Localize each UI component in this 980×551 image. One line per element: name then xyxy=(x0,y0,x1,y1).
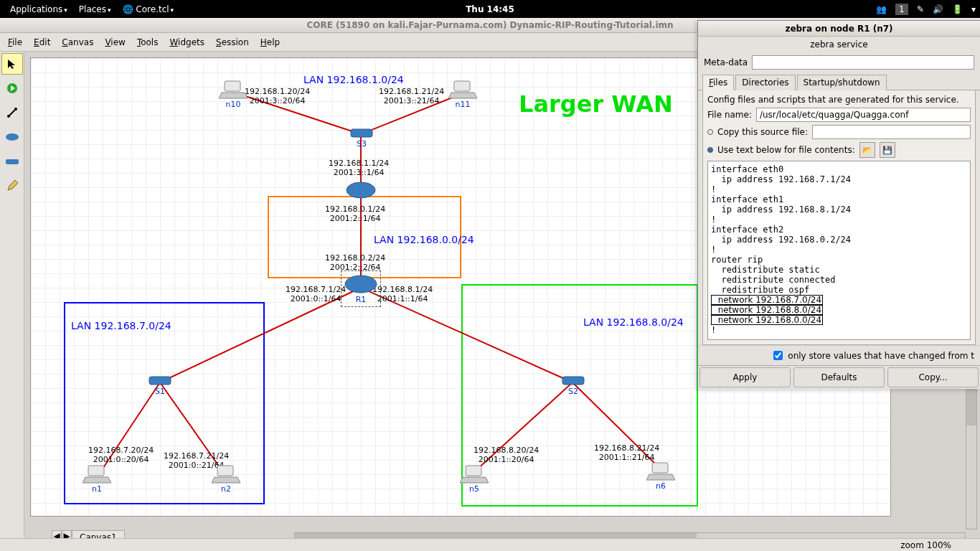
tab-startup[interactable]: Startup/shutdown xyxy=(797,75,887,90)
svg-point-20 xyxy=(345,276,377,293)
menu-canvas[interactable]: Canvas xyxy=(57,35,98,50)
node-s2[interactable]: S2 xyxy=(562,374,585,396)
lan-right-label: LAN 192.168.8.0/24 xyxy=(583,316,684,328)
ip-n6: 192.168.8.21/24 2001:1::21/64 xyxy=(594,443,659,462)
dialog-service: zebra service xyxy=(698,37,980,52)
use-below-radio[interactable] xyxy=(707,147,713,153)
ip-n5: 192.168.8.20/24 2001:1::20/64 xyxy=(473,446,539,464)
node-n2[interactable]: n2 xyxy=(212,464,240,494)
clock: Thu 14:45 xyxy=(466,4,514,14)
places-menu[interactable]: Places▾ xyxy=(73,2,117,17)
metadata-label: Meta-data xyxy=(704,57,748,67)
filename-input[interactable] xyxy=(756,108,971,122)
node-r2[interactable] xyxy=(345,180,377,200)
node-n5[interactable]: n5 xyxy=(460,464,489,494)
ip-r1l: 192.168.7.1/24 2001:0::1/64 xyxy=(286,285,346,303)
copy-source-input[interactable] xyxy=(812,125,971,139)
svg-rect-17 xyxy=(454,81,470,91)
open-file-icon[interactable]: 📂 xyxy=(859,142,875,158)
svg-rect-23 xyxy=(88,466,104,476)
menu-tools[interactable]: Tools xyxy=(132,35,164,50)
use-below-label: Use text below for file contents: xyxy=(717,145,855,155)
menu-widgets[interactable]: Widgets xyxy=(164,35,209,50)
ip-r2t: 192.168.0.1/24 2001:2::1/64 xyxy=(325,204,385,223)
svg-rect-5 xyxy=(6,159,19,164)
menu-session[interactable]: Session xyxy=(211,35,254,50)
tab-directories[interactable]: Directories xyxy=(735,75,795,90)
node-n1[interactable]: n1 xyxy=(83,464,111,494)
zebra-dialog: zebra on node R1 (n7) zebra service Meta… xyxy=(697,20,980,389)
power-menu[interactable]: ▾ xyxy=(971,4,976,14)
battery-icon[interactable]: 🔋 xyxy=(952,4,963,14)
lan-mid-label: LAN 192.168.0.0/24 xyxy=(374,234,474,245)
ip-n10: 192.168.1.20/24 2001:3::20/64 xyxy=(245,87,310,105)
ip-r2b: 192.168.0.2/24 2001:2::2/64 xyxy=(325,253,385,272)
ip-r1r: 192.168.8.1/24 2001:1::1/64 xyxy=(372,285,433,303)
node-n10[interactable]: n10 xyxy=(219,80,248,109)
copy-button[interactable]: Copy... xyxy=(887,367,979,387)
metadata-input[interactable] xyxy=(752,55,974,70)
select-tool[interactable] xyxy=(1,53,23,75)
save-file-icon[interactable]: 💾 xyxy=(880,142,895,158)
svg-point-19 xyxy=(347,182,375,198)
svg-rect-16 xyxy=(225,81,240,91)
dialog-tabs: Files Directories Startup/shutdown xyxy=(698,74,980,90)
svg-rect-18 xyxy=(351,129,372,137)
tab-files[interactable]: Files xyxy=(702,75,734,90)
tool-palette xyxy=(0,52,24,551)
svg-rect-26 xyxy=(652,463,668,473)
lan-top-label: LAN 192.168.1.0/24 xyxy=(303,74,404,85)
svg-rect-25 xyxy=(466,466,481,476)
dialog-title: zebra on node R1 (n7) xyxy=(698,21,980,37)
apply-button[interactable]: Apply xyxy=(699,367,791,387)
node-n11[interactable]: n11 xyxy=(448,80,477,109)
pen-icon[interactable]: ✎ xyxy=(917,4,924,14)
menu-help[interactable]: Help xyxy=(255,35,285,50)
workspace-indicator[interactable]: 1 xyxy=(895,4,908,15)
node-s3[interactable]: S3 xyxy=(350,126,373,149)
files-desc: Config files and scripts that are genera… xyxy=(707,95,971,105)
ip-n1: 192.168.7.20/24 2001:0::20/64 xyxy=(88,446,154,464)
svg-point-2 xyxy=(7,115,10,118)
system-tray: 👥 1 ✎ 🔊 🔋 ▾ xyxy=(876,4,976,15)
config-textarea[interactable]: interface eth0 ip address 192.168.7.1/24… xyxy=(707,161,971,340)
filename-label: File name: xyxy=(707,110,752,120)
volume-icon[interactable]: 🔊 xyxy=(933,4,943,14)
node-r1[interactable]: R1 xyxy=(344,273,378,304)
menu-edit[interactable]: Edit xyxy=(29,35,55,50)
users-icon[interactable]: 👥 xyxy=(876,4,887,14)
start-tool[interactable] xyxy=(1,77,23,99)
wan-label: Larger WAN xyxy=(519,90,673,118)
node-s1[interactable]: S1 xyxy=(149,374,171,396)
annotate-tool[interactable] xyxy=(1,175,23,197)
menu-view[interactable]: View xyxy=(100,35,130,50)
node-n6[interactable]: n6 xyxy=(646,461,675,491)
lan-left-label: LAN 192.168.7.0/24 xyxy=(71,320,171,331)
svg-line-1 xyxy=(9,109,16,116)
svg-point-3 xyxy=(14,108,17,110)
app-menu[interactable]: 🌐 Core.tcl▾ xyxy=(117,2,180,17)
defaults-button[interactable]: Defaults xyxy=(793,367,885,387)
link-tool[interactable] xyxy=(1,102,23,123)
ip-s3r: 192.168.1.1/24 2001:3::1/64 xyxy=(329,159,389,177)
copy-source-label: Copy this source file: xyxy=(717,127,808,137)
system-topbar: Applications▾ Places▾ 🌐 Core.tcl▾ Thu 14… xyxy=(0,0,980,18)
menu-file[interactable]: File xyxy=(3,35,27,50)
svg-rect-21 xyxy=(149,377,171,385)
ip-n11: 192.168.1.21/24 2001:3::21/64 xyxy=(379,87,444,105)
svg-rect-22 xyxy=(562,377,584,385)
only-store-label: only store values that have changed from… xyxy=(788,351,974,361)
copy-source-radio[interactable] xyxy=(707,129,713,135)
router-tool[interactable] xyxy=(1,126,23,148)
only-store-checkbox[interactable] xyxy=(773,351,783,360)
switch-tool[interactable] xyxy=(1,151,23,172)
svg-rect-24 xyxy=(217,466,233,476)
apps-menu[interactable]: Applications▾ xyxy=(4,2,73,17)
svg-point-4 xyxy=(6,133,19,141)
status-bar: zoom 100% xyxy=(0,538,980,551)
